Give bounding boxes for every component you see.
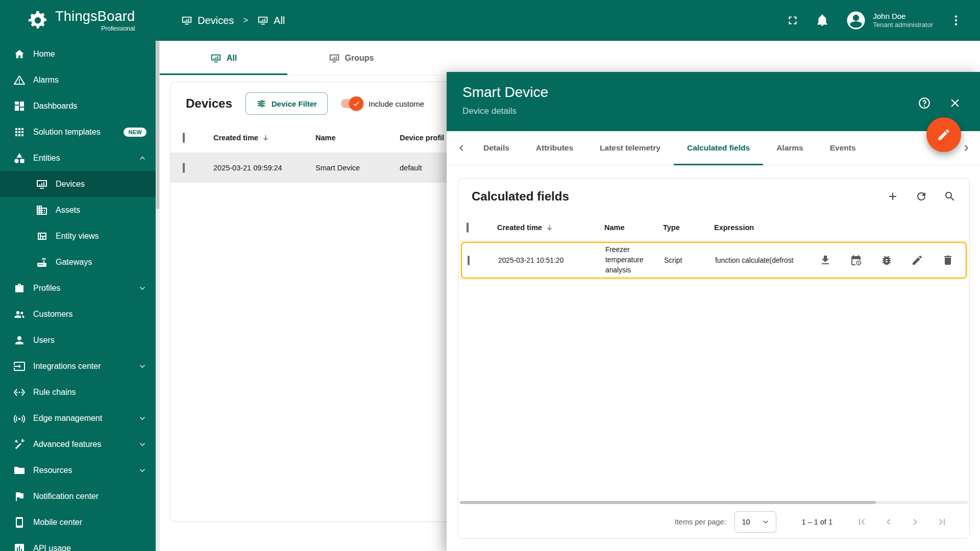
sidebar-nav: Home Alarms Dashboards Solution template… [0,41,156,551]
row-checkbox[interactable] [183,163,185,173]
brand-subtitle: Professional [101,25,135,32]
devices-col-created-time[interactable]: Created time [213,134,315,142]
horizontal-scrollbar-thumb[interactable] [460,501,876,504]
sidebar-item-notification-center[interactable]: Notification center [0,483,156,509]
row-checkbox[interactable] [468,256,470,265]
select-all-checkbox[interactable] [183,133,185,143]
breadcrumb-devices[interactable]: Devices [181,15,234,27]
debug-events-calendar-clock-icon[interactable] [850,254,862,266]
edit-fab-button[interactable] [926,117,961,152]
sidebar-item-gateways[interactable]: Gateways [0,249,156,275]
calculated-fields-title: Calculated fields [472,189,569,204]
sidebar-item-profiles[interactable]: Profiles [0,275,156,301]
tab-details[interactable]: Details [470,131,523,165]
tab-events[interactable]: Events [817,131,869,165]
sidebar-item-users[interactable]: Users [0,327,156,353]
devices-col-name[interactable]: Name [315,134,400,142]
tab-attributes[interactable]: Attributes [523,131,586,165]
sidebar-item-alarms[interactable]: Alarms [0,67,156,93]
breadcrumb-all[interactable]: All [257,15,285,27]
calc-name: Freezer temperature analysis [605,245,664,276]
breadcrumb: Devices > All [181,0,285,41]
sidebar-item-label: Rule chains [33,388,76,397]
sidebar-item-edge-management[interactable]: Edge management [0,405,156,431]
person-icon [13,334,26,346]
page-size-select[interactable]: 10 [734,511,776,533]
export-download-icon[interactable] [819,254,831,266]
router-icon [36,256,48,268]
more-vert-icon[interactable] [949,14,963,27]
tab-groups[interactable]: Groups [287,41,415,75]
brand-logo[interactable]: ThingsBoard Professional [0,9,135,32]
device-filter-button[interactable]: Device Filter [246,92,328,115]
calc-col-name[interactable]: Name [604,223,663,232]
tab-latest-telemetry[interactable]: Latest telemetry [586,131,674,165]
tabs-scroll-left-button[interactable] [453,139,470,157]
calc-col-created-time[interactable]: Created time [497,223,604,232]
notifications-bell-icon[interactable] [816,14,829,27]
calculated-field-row-highlighted[interactable]: 2025-03-21 10:51:20 Freezer temperature … [461,242,967,279]
first-page-icon[interactable] [856,516,868,528]
drawer-header: Smart Device Device details [447,72,980,131]
thingsboard-app: ThingsBoard Professional Devices > All J… [0,0,980,551]
sidebar-item-api-usage[interactable]: API usage [0,535,156,551]
chevron-up-icon [137,153,148,163]
include-customers-toggle[interactable] [341,99,362,108]
sidebar-item-label: Entity views [56,232,99,241]
add-calculated-field-icon[interactable] [887,190,899,203]
sidebar-item-mobile-center[interactable]: Mobile center [0,509,156,535]
sidebar-item-assets[interactable]: Assets [0,197,156,223]
tune-filter-icon [256,98,266,109]
close-icon[interactable] [948,96,962,110]
breadcrumb-separator: > [243,15,248,26]
last-page-icon[interactable] [936,516,948,528]
tab-alarms[interactable]: Alarms [763,131,817,165]
top-bar-actions: John Doe Tenant administrator [786,0,963,41]
delete-trash-icon[interactable] [942,254,954,266]
drawer-subtitle: Device details [462,106,980,116]
sidebar-item-dashboards[interactable]: Dashboards [0,93,156,119]
previous-page-icon[interactable] [883,516,895,528]
sidebar-scrollbar-thumb[interactable] [156,41,159,209]
tabs-scroll-right-button[interactable] [958,139,975,157]
search-icon[interactable] [944,190,956,203]
sidebar-item-advanced-features[interactable]: Advanced features [0,431,156,457]
calc-col-expression[interactable]: Expression [714,223,808,232]
apps-grid-icon [13,126,26,138]
calculated-fields-actions [887,190,956,203]
sidebar-item-resources[interactable]: Resources [0,457,156,483]
next-page-icon[interactable] [909,516,921,528]
include-customers-toggle-wrap: Include custome [341,99,424,108]
tab-all[interactable]: All [160,41,287,75]
chevron-left-icon [455,142,468,154]
select-all-checkbox[interactable] [467,222,469,233]
breadcrumb-all-label: All [274,15,285,27]
sidebar-item-solution-templates[interactable]: Solution templates NEW [0,119,156,145]
fullscreen-icon[interactable] [786,14,799,27]
entity-group-tabs: All Groups [160,41,980,76]
refresh-icon[interactable] [915,190,927,203]
chevron-right-icon [960,142,972,154]
edit-pencil-icon[interactable] [911,254,923,266]
table-pagination: Items per page: 10 1 – 1 of 1 [458,506,969,538]
sidebar-scrollbar[interactable] [156,41,160,551]
page-size-value: 10 [742,518,750,526]
sidebar-item-customers[interactable]: Customers [0,301,156,327]
new-badge: NEW [124,128,146,137]
sidebar-item-home[interactable]: Home [0,41,156,67]
user-menu[interactable]: John Doe Tenant administrator [845,10,933,31]
wifi-tethering-icon [13,412,26,424]
sidebar-item-devices[interactable]: Devices [0,171,156,197]
tab-calculated-fields[interactable]: Calculated fields [674,131,763,165]
brand-name: ThingsBoard [55,9,135,24]
sidebar-item-entity-views[interactable]: Entity views [0,223,156,249]
debug-bug-icon[interactable] [880,254,893,266]
construction-icon [13,438,26,450]
calc-col-type[interactable]: Type [663,223,714,232]
horizontal-scrollbar[interactable] [460,501,968,504]
help-icon[interactable] [918,96,931,110]
calculated-fields-table-header: Created time Name Type Expression [458,214,969,241]
sidebar-item-rule-chains[interactable]: Rule chains [0,379,156,405]
sidebar-item-entities[interactable]: Entities [0,145,156,171]
sidebar-item-integrations-center[interactable]: Integrations center [0,353,156,379]
